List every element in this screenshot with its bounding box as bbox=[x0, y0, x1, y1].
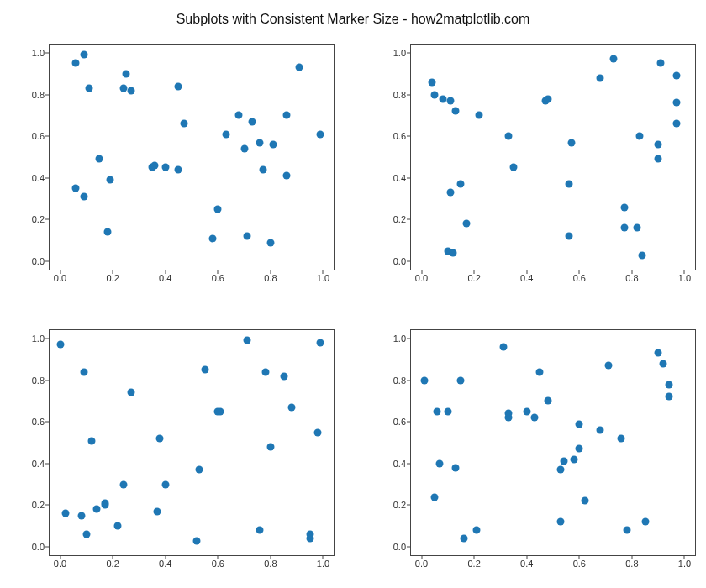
data-point bbox=[80, 193, 87, 201]
data-point bbox=[85, 85, 92, 92]
subplot-3: 0.00.20.40.60.81.00.00.20.40.60.81.0 bbox=[370, 324, 701, 580]
data-point bbox=[82, 531, 90, 538]
data-point bbox=[560, 458, 567, 465]
y-tick-label: 0.8 bbox=[393, 90, 406, 100]
y-tick-label: 1.0 bbox=[393, 333, 406, 344]
data-point bbox=[256, 527, 264, 534]
data-point bbox=[128, 389, 135, 396]
data-point bbox=[504, 410, 512, 417]
y-tick-label: 0.0 bbox=[32, 542, 45, 552]
subplot-grid: 0.00.20.40.60.81.00.00.20.40.60.81.0 0.0… bbox=[8, 39, 701, 580]
plot-area: 0.00.20.40.60.81.00.00.20.40.60.81.0 bbox=[411, 45, 695, 270]
x-tick-label: 1.0 bbox=[317, 559, 329, 569]
data-point bbox=[161, 480, 169, 488]
y-tick-label: 0.8 bbox=[32, 90, 45, 100]
x-tick-label: 0.8 bbox=[625, 559, 638, 569]
data-point bbox=[240, 145, 248, 153]
y-tick-label: 0.2 bbox=[393, 214, 406, 224]
data-point bbox=[639, 251, 646, 259]
y-tick bbox=[407, 463, 411, 464]
x-tick-label: 0.6 bbox=[212, 559, 224, 569]
data-point bbox=[567, 139, 575, 146]
data-point bbox=[256, 139, 264, 146]
data-point bbox=[510, 164, 518, 171]
data-point bbox=[243, 337, 250, 344]
data-point bbox=[657, 60, 665, 67]
data-point bbox=[222, 130, 229, 138]
data-point bbox=[536, 368, 544, 375]
data-point bbox=[119, 480, 127, 488]
data-point bbox=[156, 435, 164, 443]
x-tick-label: 1.0 bbox=[678, 559, 691, 569]
data-point bbox=[604, 362, 612, 370]
data-point bbox=[476, 112, 483, 119]
data-point bbox=[314, 428, 322, 436]
data-point bbox=[446, 97, 454, 105]
data-point bbox=[280, 372, 287, 380]
data-point bbox=[151, 161, 159, 169]
plot-area: 0.00.20.40.60.81.00.00.20.40.60.81.0 bbox=[411, 330, 695, 555]
data-point bbox=[429, 78, 436, 86]
data-point bbox=[270, 141, 277, 149]
data-point bbox=[243, 233, 250, 240]
x-tick-label: 0.2 bbox=[467, 273, 480, 283]
x-tick-label: 0.8 bbox=[264, 273, 277, 283]
y-tick bbox=[45, 52, 50, 53]
data-point bbox=[88, 437, 96, 444]
data-point bbox=[571, 455, 578, 463]
y-tick bbox=[407, 136, 411, 137]
data-point bbox=[620, 203, 628, 211]
data-point bbox=[665, 381, 672, 388]
data-point bbox=[462, 220, 470, 228]
data-point bbox=[436, 459, 444, 467]
figure: Subplots with Consistent Marker Size - h… bbox=[0, 0, 706, 588]
data-point bbox=[201, 366, 208, 374]
y-tick-label: 0.4 bbox=[32, 173, 45, 183]
y-tick-label: 1.0 bbox=[32, 48, 45, 58]
subplot-0: 0.00.20.40.60.81.00.00.20.40.60.81.0 bbox=[8, 39, 340, 294]
plot-area: 0.00.20.40.60.81.00.00.20.40.60.81.0 bbox=[50, 45, 334, 270]
data-point bbox=[266, 443, 274, 450]
y-tick-label: 0.6 bbox=[393, 417, 406, 427]
data-point bbox=[460, 535, 467, 543]
y-tick-label: 0.2 bbox=[32, 214, 45, 224]
data-point bbox=[620, 224, 628, 232]
data-point bbox=[282, 172, 290, 180]
data-point bbox=[287, 403, 295, 411]
y-tick-label: 0.0 bbox=[32, 256, 45, 266]
data-point bbox=[609, 55, 617, 63]
y-tick-label: 0.6 bbox=[32, 417, 45, 427]
data-point bbox=[544, 397, 551, 405]
data-point bbox=[214, 206, 222, 213]
axes-frame: 0.00.20.40.60.81.00.00.20.40.60.81.0 bbox=[410, 44, 696, 270]
subplot-2: 0.00.20.40.60.81.00.00.20.40.60.81.0 bbox=[8, 324, 340, 580]
data-point bbox=[77, 512, 85, 519]
data-point bbox=[161, 164, 169, 171]
data-point bbox=[72, 60, 80, 67]
axes-frame: 0.00.20.40.60.81.00.00.20.40.60.81.0 bbox=[49, 329, 335, 556]
data-point bbox=[597, 427, 604, 434]
y-tick-label: 0.0 bbox=[393, 542, 406, 552]
data-point bbox=[499, 343, 507, 350]
x-tick-label: 0.0 bbox=[54, 273, 66, 283]
x-tick-label: 0.6 bbox=[573, 559, 586, 569]
data-point bbox=[209, 234, 217, 242]
y-tick-label: 1.0 bbox=[393, 48, 406, 58]
data-point bbox=[544, 95, 551, 102]
data-point bbox=[597, 74, 604, 81]
x-tick-label: 0.0 bbox=[415, 559, 428, 569]
subplot-1: 0.00.20.40.60.81.00.00.20.40.60.81.0 bbox=[370, 39, 701, 294]
data-point bbox=[217, 407, 224, 415]
data-point bbox=[618, 435, 625, 443]
y-tick bbox=[45, 463, 50, 464]
data-point bbox=[444, 407, 451, 415]
data-point bbox=[434, 407, 441, 415]
data-point bbox=[196, 466, 203, 474]
data-point bbox=[623, 527, 630, 534]
data-point bbox=[431, 493, 439, 501]
data-point bbox=[128, 87, 135, 94]
x-tick-label: 0.4 bbox=[520, 559, 533, 569]
data-point bbox=[259, 165, 266, 173]
y-tick bbox=[45, 219, 50, 220]
data-point bbox=[175, 82, 182, 90]
